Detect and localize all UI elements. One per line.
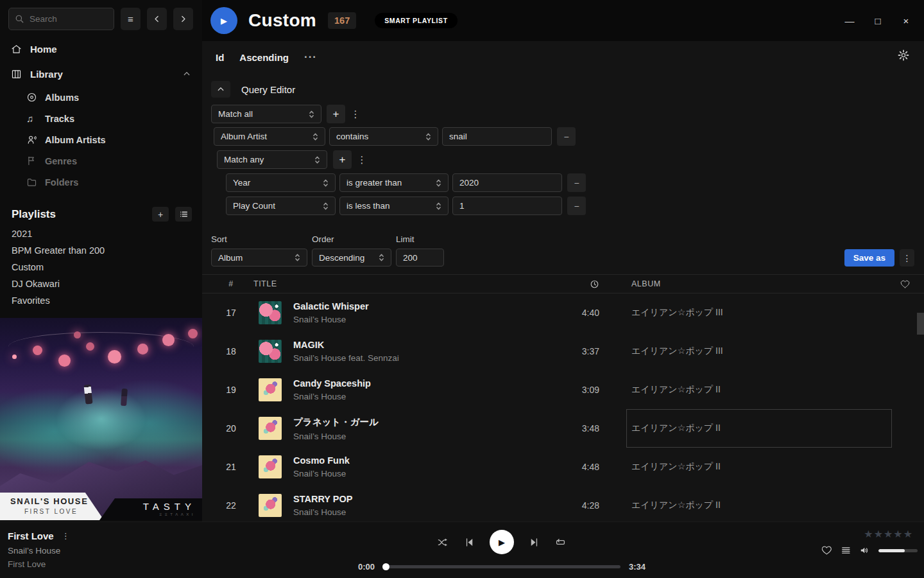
- group-match-type-select[interactable]: Match any: [217, 150, 327, 169]
- chevron-left-icon: [153, 15, 161, 23]
- limit-input[interactable]: [403, 253, 437, 263]
- column-header-title[interactable]: TITLE: [253, 279, 558, 288]
- playlist-item[interactable]: 2021: [0, 225, 202, 242]
- sidebar-item-genres[interactable]: Genres: [0, 150, 202, 171]
- seek-slider[interactable]: [383, 565, 620, 568]
- track-album[interactable]: エイリアン☆ポップ II: [603, 371, 886, 409]
- sidebar-item-folders[interactable]: Folders: [0, 171, 202, 193]
- sidebar-item-home[interactable]: Home: [0, 37, 202, 62]
- sidebar-item-library[interactable]: Library: [0, 62, 202, 87]
- rule-field-select[interactable]: Year: [226, 173, 336, 192]
- more-options-button[interactable]: ···: [304, 51, 317, 64]
- now-playing-cover[interactable]: SNAIL'S HOUSE FIRST LOVE TASTY ΞΞTΛΛXI: [0, 318, 202, 520]
- column-header-duration[interactable]: [558, 279, 603, 289]
- rule-group-menu-button[interactable]: ⋮: [349, 109, 362, 120]
- table-row[interactable]: 17 Galactic Whisper Snail’s House 4:40 エ…: [202, 293, 924, 332]
- maximize-button[interactable]: □: [864, 10, 892, 31]
- seek-thumb[interactable]: [382, 563, 389, 570]
- table-row[interactable]: 22 STARRY POP Snail’s House 4:28 エイリアン☆ポ…: [202, 486, 924, 521]
- star-icon[interactable]: ★: [874, 528, 883, 540]
- scrollbar-thumb[interactable]: [917, 313, 924, 335]
- star-icon[interactable]: ★: [903, 528, 912, 540]
- group-menu-button[interactable]: ⋮: [355, 154, 368, 166]
- sort-select[interactable]: Album: [211, 249, 307, 267]
- repeat-icon[interactable]: [554, 536, 567, 548]
- remove-rule-button[interactable]: −: [567, 173, 586, 192]
- play-pause-button[interactable]: ▶: [490, 530, 514, 554]
- settings-gear-icon[interactable]: [897, 49, 910, 62]
- collapse-query-editor-button[interactable]: [211, 81, 230, 98]
- volume-icon[interactable]: [859, 545, 870, 556]
- next-track-icon[interactable]: [528, 536, 540, 548]
- now-playing-menu-button[interactable]: ⋮: [62, 531, 70, 541]
- rule-operator-select[interactable]: contains: [329, 127, 438, 146]
- track-album-focused-cell[interactable]: エイリアン☆ポップ II: [603, 409, 886, 448]
- track-album[interactable]: エイリアン☆ポップ II: [603, 448, 886, 486]
- sort-direction-button[interactable]: Ascending: [239, 52, 289, 63]
- play-playlist-button[interactable]: ▶: [210, 7, 237, 34]
- star-icon[interactable]: ★: [864, 528, 873, 540]
- save-menu-button[interactable]: ⋮: [900, 249, 914, 267]
- playlist-item[interactable]: Custom: [0, 259, 202, 276]
- player-controls: ▶ 0:00 3:34: [193, 522, 811, 578]
- star-icon[interactable]: ★: [893, 528, 902, 540]
- match-type-select[interactable]: Match all: [211, 105, 321, 123]
- playlist-list-button[interactable]: [175, 207, 192, 222]
- column-header-favorite[interactable]: [886, 279, 924, 289]
- shuffle-icon[interactable]: [437, 536, 449, 548]
- previous-track-icon[interactable]: [463, 536, 475, 548]
- rule-value-input[interactable]: [449, 132, 545, 141]
- column-header-album[interactable]: ALBUM: [603, 279, 886, 288]
- rule-field-select[interactable]: Play Count: [226, 197, 336, 215]
- maximize-icon: □: [875, 15, 880, 26]
- nav-forward-button[interactable]: [173, 8, 193, 30]
- playlist-item[interactable]: Favorites: [0, 292, 202, 309]
- rule-field-select[interactable]: Album Artist: [214, 127, 325, 146]
- table-row[interactable]: 19 Candy Spaceship Snail’s House 3:09 エイ…: [202, 371, 924, 409]
- track-number: 20: [209, 423, 253, 434]
- collapse-chevron[interactable]: [183, 69, 191, 80]
- queue-icon[interactable]: [841, 545, 851, 556]
- track-artist: Snail’s House feat. Sennzai: [293, 353, 399, 363]
- add-rule-button[interactable]: +: [327, 105, 345, 123]
- sidebar-item-album-artists[interactable]: Album Artists: [0, 129, 202, 150]
- menu-button[interactable]: ≡: [121, 8, 141, 30]
- column-header-index[interactable]: #: [209, 279, 253, 288]
- search-input[interactable]: [30, 14, 108, 24]
- close-button[interactable]: ×: [892, 10, 920, 31]
- rule-value-input[interactable]: [459, 201, 555, 211]
- track-album[interactable]: エイリアン☆ポップ III: [603, 293, 886, 332]
- volume-slider[interactable]: [878, 549, 918, 552]
- playlist-item[interactable]: DJ Okawari: [0, 276, 202, 292]
- sort-field-button[interactable]: Id: [216, 52, 224, 63]
- now-playing-album[interactable]: First Love: [8, 559, 193, 569]
- rule-operator-select[interactable]: is less than: [339, 197, 449, 215]
- search-box[interactable]: [8, 8, 114, 30]
- query-group-row: Match any + ⋮: [217, 150, 924, 169]
- now-playing-artist[interactable]: Snail’s House: [8, 546, 193, 556]
- track-number: 18: [209, 346, 253, 356]
- add-playlist-button[interactable]: +: [152, 207, 169, 222]
- rule-value-input[interactable]: [459, 178, 555, 188]
- table-row[interactable]: 20 プラネット・ガール Snail’s House 3:48 エイリアン☆ポッ…: [202, 409, 924, 448]
- rule-operator-select[interactable]: is greater than: [339, 173, 449, 192]
- order-select[interactable]: Descending: [312, 249, 391, 267]
- minimize-button[interactable]: —: [835, 10, 864, 31]
- sidebar-item-label: Library: [30, 69, 63, 80]
- sidebar-item-tracks[interactable]: ♫ Tracks: [0, 108, 202, 129]
- add-group-rule-button[interactable]: +: [333, 150, 352, 169]
- remove-rule-button[interactable]: −: [557, 127, 576, 146]
- playlist-item[interactable]: BPM Greater than 200: [0, 242, 202, 259]
- nav-back-button[interactable]: [147, 8, 167, 30]
- track-duration: 4:28: [558, 500, 603, 511]
- star-icon[interactable]: ★: [884, 528, 893, 540]
- track-album[interactable]: エイリアン☆ポップ III: [603, 332, 886, 371]
- now-playing-title[interactable]: First Love: [8, 530, 54, 541]
- table-row[interactable]: 21 Cosmo Funk Snail’s House 4:48 エイリアン☆ポ…: [202, 448, 924, 486]
- favorite-heart-icon[interactable]: [821, 545, 832, 556]
- remove-rule-button[interactable]: −: [567, 197, 586, 215]
- table-row[interactable]: 18 MAGIK Snail’s House feat. Sennzai 3:3…: [202, 332, 924, 371]
- track-album[interactable]: エイリアン☆ポップ II: [603, 486, 886, 521]
- sidebar-item-albums[interactable]: Albums: [0, 87, 202, 108]
- save-as-button[interactable]: Save as: [844, 249, 894, 267]
